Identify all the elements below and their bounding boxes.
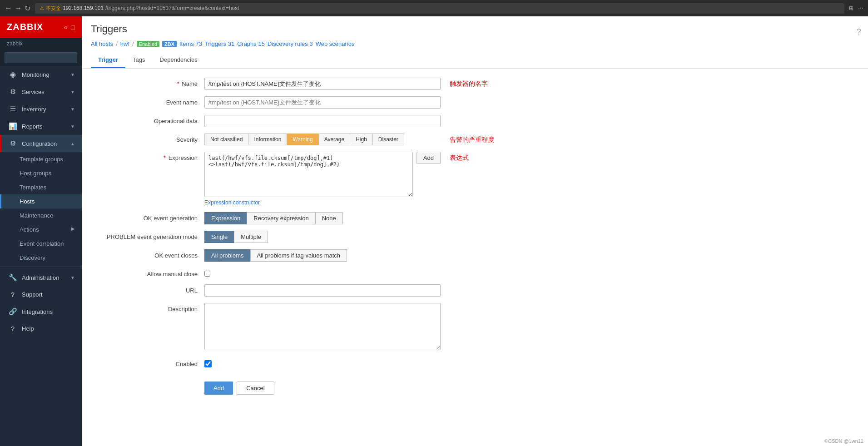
sidebar-search-input[interactable]	[5, 52, 77, 63]
problem-mode-label: PROBLEM event generation mode	[95, 231, 204, 240]
expression-add-button[interactable]: Add	[417, 152, 441, 164]
breadcrumb-items[interactable]: Items 73	[179, 40, 202, 47]
sidebar-item-configuration[interactable]: ⚙ Configuration ▲	[0, 135, 82, 152]
sidebar-item-integrations[interactable]: 🔗 Integrations	[0, 303, 82, 320]
severity-not-classified[interactable]: Not classified	[204, 134, 248, 145]
severity-high[interactable]: High	[350, 134, 372, 145]
expression-note: 表达式	[441, 152, 469, 162]
ok-closes-all-problems-btn[interactable]: All problems	[204, 249, 250, 262]
collapse-icon[interactable]: «	[64, 24, 68, 31]
description-wrapper	[204, 303, 441, 352]
ok-event-closes-label: OK event closes	[95, 249, 204, 259]
breadcrumb-zbx-badge: ZBX	[162, 41, 177, 47]
services-arrow: ▼	[70, 89, 75, 94]
severity-average[interactable]: Average	[318, 134, 350, 145]
tab-tags[interactable]: Tags	[125, 53, 152, 68]
sidebar-item-actions[interactable]: Actions ▶	[0, 223, 82, 237]
name-input[interactable]	[204, 78, 441, 90]
expand-icon[interactable]: □	[71, 24, 75, 31]
sidebar-item-label-reports: Reports	[22, 123, 43, 130]
sidebar-item-administration[interactable]: 🔧 Administration ▼	[0, 269, 82, 286]
severity-note: 告警的严重程度	[441, 134, 494, 144]
description-row: Description	[95, 303, 854, 352]
ok-event-none-btn[interactable]: None	[315, 212, 343, 224]
severity-disaster[interactable]: Disaster	[372, 134, 404, 145]
ok-event-closes-row: OK event closes All problems All problem…	[95, 249, 854, 262]
event-name-input[interactable]	[204, 96, 441, 109]
menu-icon[interactable]: ⋯	[858, 5, 863, 11]
breadcrumb-triggers[interactable]: Triggers 31	[205, 40, 234, 47]
expression-area: Add	[204, 152, 441, 197]
ok-closes-tag-values-btn[interactable]: All problems if tag values match	[250, 249, 347, 262]
severity-warning[interactable]: Warning	[287, 134, 318, 145]
problem-mode-single-btn[interactable]: Single	[204, 231, 234, 243]
browser-nav[interactable]: ← → ↻	[5, 4, 30, 13]
problem-mode-wrapper: Single Multiple	[204, 231, 441, 243]
sidebar-item-label-monitoring: Monitoring	[22, 71, 50, 78]
sidebar-item-monitoring[interactable]: ◉ Monitoring ▼	[0, 66, 82, 83]
url-input-wrapper	[204, 284, 441, 297]
expression-constructor-link[interactable]: Expression constructor	[204, 199, 260, 206]
sidebar-item-host-groups[interactable]: Host groups	[0, 166, 82, 180]
actions-arrow: ▶	[71, 226, 75, 233]
breadcrumb-sep1: /	[116, 40, 118, 47]
event-name-label: Event name	[95, 96, 204, 106]
enabled-checkbox-wrapper	[204, 358, 441, 369]
sidebar-item-discovery[interactable]: Discovery	[0, 251, 82, 265]
sidebar-item-label-help: Help	[22, 325, 34, 332]
enabled-checkbox[interactable]	[204, 360, 212, 367]
sidebar-item-reports[interactable]: 📊 Reports ▼	[0, 118, 82, 135]
sidebar-item-help[interactable]: ? Help	[0, 320, 82, 337]
sidebar-item-event-correlation[interactable]: Event correlation	[0, 237, 82, 251]
tab-dependencies[interactable]: Dependencies	[153, 53, 205, 68]
page-tabs: Trigger Tags Dependencies	[91, 53, 859, 68]
sidebar-item-services[interactable]: ⚙ Services ▼	[0, 83, 82, 100]
ok-event-closes-toggle-group: All problems All problems if tag values …	[204, 249, 441, 262]
ok-event-generation-wrapper: Expression Recovery expression None	[204, 212, 441, 224]
sidebar-item-maintenance[interactable]: Maintenance	[0, 208, 82, 223]
expression-row: * Expression Add Expression constructor …	[95, 152, 854, 206]
reports-icon: 📊	[8, 122, 17, 130]
breadcrumb-discovery[interactable]: Discovery rules 3	[268, 40, 313, 47]
extensions-icon[interactable]: ⊞	[849, 5, 853, 11]
page-help-icon[interactable]: ?	[857, 27, 861, 37]
ok-event-generation-label: OK event generation	[95, 212, 204, 222]
url-path: /triggers.php?hostid=10537&form=create&c…	[105, 5, 239, 11]
name-input-wrapper	[204, 78, 441, 90]
sidebar-item-templates[interactable]: Templates	[0, 180, 82, 194]
breadcrumb-enabled-badge[interactable]: Enabled	[137, 41, 159, 47]
enabled-label: Enabled	[95, 358, 204, 367]
expression-textarea[interactable]	[204, 152, 413, 197]
description-textarea[interactable]	[204, 303, 441, 350]
ok-event-expression-btn[interactable]: Expression	[204, 212, 247, 224]
problem-mode-multiple-btn[interactable]: Multiple	[234, 231, 268, 243]
url-bar[interactable]: ⚠ 不安全 192.168.159.101 /triggers.php?host…	[35, 3, 844, 14]
breadcrumb-web-scenarios[interactable]: Web scenarios	[316, 40, 355, 47]
breadcrumb-host-name[interactable]: hwf	[120, 40, 129, 47]
submit-button[interactable]: Add	[204, 382, 233, 395]
logo-controls[interactable]: « □	[64, 24, 75, 31]
inventory-icon: ☰	[8, 105, 17, 113]
support-icon: ?	[8, 291, 17, 298]
tab-trigger[interactable]: Trigger	[91, 53, 125, 68]
ok-event-recovery-btn[interactable]: Recovery expression	[247, 212, 315, 224]
sidebar-item-template-groups[interactable]: Template groups	[0, 152, 82, 166]
sidebar-item-support[interactable]: ? Support	[0, 286, 82, 303]
administration-icon: 🔧	[8, 273, 17, 282]
monitoring-arrow: ▼	[70, 72, 75, 77]
breadcrumb: All hosts / hwf / Enabled ZBX Items 73 T…	[91, 40, 859, 47]
sidebar-item-inventory[interactable]: ☰ Inventory ▼	[0, 100, 82, 118]
severity-information[interactable]: Information	[248, 134, 287, 145]
breadcrumb-all-hosts[interactable]: All hosts	[91, 40, 113, 47]
breadcrumb-graphs[interactable]: Graphs 15	[237, 40, 265, 47]
allow-manual-close-checkbox[interactable]	[204, 271, 210, 277]
cancel-button[interactable]: Cancel	[237, 382, 274, 395]
inventory-arrow: ▼	[70, 107, 75, 112]
sidebar-item-label-services: Services	[22, 89, 45, 95]
sidebar-item-hosts[interactable]: Hosts	[0, 194, 82, 208]
refresh-button[interactable]: ↻	[25, 4, 30, 13]
forward-button[interactable]: →	[15, 4, 22, 13]
back-button[interactable]: ←	[5, 4, 12, 13]
operational-data-input[interactable]	[204, 115, 441, 127]
url-input[interactable]	[204, 284, 441, 297]
